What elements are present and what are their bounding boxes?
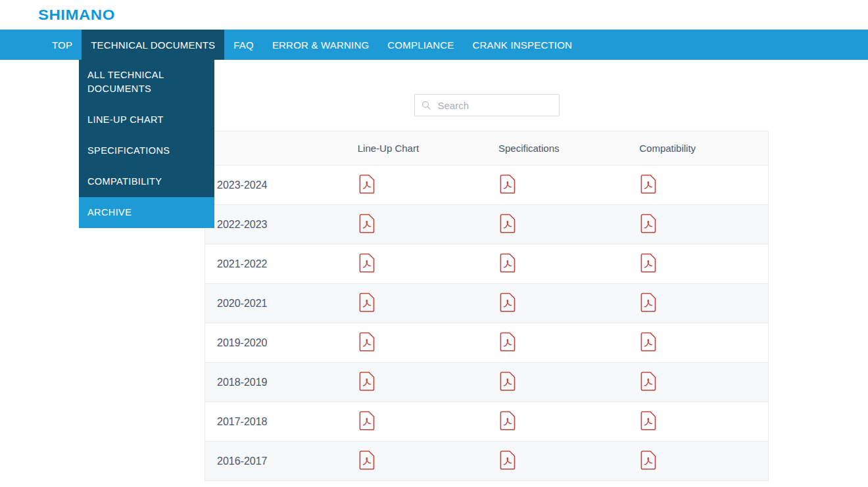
pdf-link[interactable] [358,174,375,194]
document-cell [346,323,487,363]
pdf-file-icon [358,214,375,233]
pdf-file-icon [498,253,516,273]
pdf-file-icon [639,292,656,312]
nav-item-error-warning[interactable]: ERROR & WARNING [263,30,378,60]
pdf-file-icon [358,450,375,470]
document-cell [487,284,627,323]
pdf-file-icon [639,253,656,273]
pdf-file-icon [358,253,375,273]
pdf-file-icon [639,332,656,352]
pdf-file-icon [498,292,516,312]
document-cell [346,205,487,244]
search-input[interactable] [437,99,552,112]
pdf-link[interactable] [639,174,656,194]
pdf-file-icon [358,411,375,430]
nav-items: TOPTECHNICAL DOCUMENTSFAQERROR & WARNING… [43,30,581,60]
pdf-file-icon [498,174,516,194]
pdf-file-icon [639,214,656,233]
dropdown-item-compatibility[interactable]: COMPATIBILITY [79,166,214,197]
pdf-file-icon [358,332,375,352]
dropdown-item-all-technical-documents[interactable]: ALL TECHNICAL DOCUMENTS [79,60,214,104]
pdf-link[interactable] [358,332,375,352]
nav-item-technical-documents[interactable]: TECHNICAL DOCUMENTS [82,30,224,60]
column-header-compatibility: Compatibility [627,131,768,166]
table-row: 2022-2023 [205,205,769,244]
nav-item-crank-inspection[interactable]: CRANK INSPECTION [464,30,582,60]
nav-item-compliance[interactable]: COMPLIANCE [378,30,463,60]
document-cell [627,442,768,481]
document-cell [487,363,627,402]
pdf-file-icon [358,174,375,194]
document-cell [487,205,627,244]
table-row: 2021-2022 [205,244,769,284]
document-cell [487,244,627,284]
year-cell: 2019-2020 [205,323,346,363]
pdf-file-icon [639,371,656,391]
pdf-link[interactable] [498,371,516,391]
shimano-logo[interactable]: SHIMANO [38,7,115,24]
pdf-link[interactable] [639,214,656,233]
document-cell [627,284,768,323]
document-cell [627,363,768,402]
year-cell: 2020-2021 [205,284,346,323]
pdf-link[interactable] [358,411,375,430]
pdf-link[interactable] [639,371,656,391]
dropdown-item-archive[interactable]: ARCHIVE [79,197,214,228]
pdf-file-icon [639,411,656,430]
table-row: 2016-2017 [205,442,769,481]
document-cell [487,442,627,481]
pdf-link[interactable] [639,253,656,273]
main-nav: TOPTECHNICAL DOCUMENTSFAQERROR & WARNING… [0,30,868,60]
pdf-file-icon [358,292,375,312]
pdf-file-icon [498,411,516,430]
document-cell [627,402,768,442]
site-header: SHIMANO [0,0,868,30]
nav-item-faq[interactable]: FAQ [224,30,263,60]
year-cell: 2018-2019 [205,363,346,402]
pdf-link[interactable] [498,253,516,273]
table-header-row: Line-Up ChartSpecificationsCompatibility [205,131,769,166]
document-cell [627,323,768,363]
search-box [414,94,560,116]
year-cell: 2016-2017 [205,442,346,481]
pdf-file-icon [358,371,375,391]
document-cell [346,442,487,481]
pdf-file-icon [639,450,656,470]
pdf-link[interactable] [498,174,516,194]
nav-item-top[interactable]: TOP [43,30,82,60]
pdf-link[interactable] [639,292,656,312]
table-row: 2023-2024 [205,166,769,205]
pdf-link[interactable] [498,411,516,430]
document-cell [346,402,487,442]
table-row: 2020-2021 [205,284,769,323]
pdf-link[interactable] [498,214,516,233]
document-cell [627,244,768,284]
pdf-link[interactable] [498,332,516,352]
document-cell [346,244,487,284]
document-cell [627,205,768,244]
pdf-link[interactable] [639,411,656,430]
document-cell [627,166,768,205]
main-content: Line-Up ChartSpecificationsCompatibility… [205,94,769,481]
column-header-specifications: Specifications [487,131,627,166]
pdf-link[interactable] [639,450,656,470]
pdf-link[interactable] [358,292,375,312]
pdf-link[interactable] [358,450,375,470]
pdf-link[interactable] [639,332,656,352]
pdf-link[interactable] [358,214,375,233]
dropdown-item-line-up-chart[interactable]: LINE-UP CHART [79,104,214,135]
year-cell: 2022-2023 [205,205,346,244]
year-cell: 2021-2022 [205,244,346,284]
pdf-link[interactable] [498,450,516,470]
column-header-line-up-chart: Line-Up Chart [346,131,487,166]
document-cell [487,166,627,205]
magnifier-icon [422,101,431,110]
pdf-link[interactable] [498,292,516,312]
table-row: 2019-2020 [205,323,769,363]
technical-documents-dropdown: ALL TECHNICAL DOCUMENTSLINE-UP CHARTSPEC… [79,60,214,228]
pdf-link[interactable] [358,253,375,273]
pdf-file-icon [498,371,516,391]
pdf-file-icon [498,332,516,352]
dropdown-item-specifications[interactable]: SPECIFICATIONS [79,135,214,166]
pdf-link[interactable] [358,371,375,391]
